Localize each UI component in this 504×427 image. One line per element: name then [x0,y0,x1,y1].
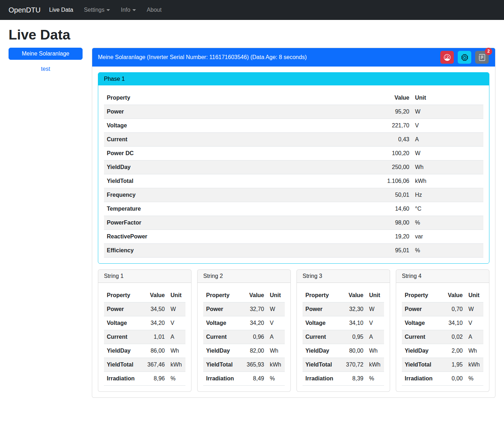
string-4-card-body: PropertyValueUnitPower0,70WVoltage34,10V… [396,283,489,391]
string-2-unit-voltage: V [267,316,285,330]
string-1-row-voltage: Voltage34,20V [104,316,185,330]
inverter-panel-actions: 2 [436,51,489,64]
string-2-value-yieldtotal: 365,93 [241,358,267,372]
string-1-column-header-unit: Unit [168,289,185,302]
string-2-card: String 2PropertyValueUnitPower32,70WVolt… [197,269,291,392]
string-4-table: PropertyValueUnitPower0,70WVoltage34,10V… [402,289,483,386]
string-4-unit-irradiation: % [466,372,483,386]
inverter-panel: Meine Solaranlage (Inverter Serial Numbe… [92,48,495,398]
string-1-value-irradiation: 8,96 [142,372,168,386]
phase-1-row-yieldday: YieldDay250,00Wh [104,160,483,174]
phase-1-unit-current: A [412,133,483,147]
phase-1-value-voltage: 221,70 [373,119,412,133]
phase-1-value-powerfactor: 98,00 [373,216,412,230]
phase-1-row-reactivepower: ReactivePower19,20var [104,230,483,244]
string-4-property-current: Current [402,330,440,344]
string-1-property-irradiation: Irradiation [104,372,142,386]
page-title: Live Data [9,27,504,43]
string-4-property-voltage: Voltage [402,316,440,330]
event-count-badge: 2 [485,48,492,55]
string-1-card: String 1PropertyValueUnitPower34,50WVolt… [98,269,191,392]
nav-item-settings[interactable]: Settings [81,4,113,16]
inverter-select-button[interactable]: Meine Solaranlage [9,48,83,60]
inverter-panel-body: Phase 1 PropertyValueUnitPower95,20WVolt… [92,67,495,397]
string-4-row-voltage: Voltage34,10V [402,316,483,330]
string-4-value-yieldtotal: 1,95 [440,358,466,372]
string-3-column-header-unit: Unit [366,289,384,302]
string-3-value-yieldday: 80,00 [341,344,366,358]
nav-item-about[interactable]: About [144,4,164,16]
string-4-unit-voltage: V [466,316,483,330]
nav-item-live-data[interactable]: Live Data [46,4,76,16]
string-2-property-current: Current [203,330,241,344]
string-4-value-voltage: 34,10 [440,316,466,330]
phase-1-unit-power: W [412,105,483,119]
app-brand[interactable]: OpenDTU [9,6,41,14]
nav-item-info[interactable]: Info [118,4,139,16]
string-4-unit-yieldtotal: kWh [466,358,483,372]
phase-1-property-yieldtotal: YieldTotal [104,174,373,188]
phase-card-title: Phase 1 [98,73,489,85]
strings-row: String 1PropertyValueUnitPower34,50WVolt… [98,269,489,392]
phase-1-row-voltage: Voltage221,70V [104,119,483,133]
string-3-property-yieldtotal: YieldTotal [303,358,341,372]
string-2-value-voltage: 34,20 [241,316,267,330]
phase-1-unit-yieldtotal: kWh [412,174,483,188]
string-3-card-title: String 3 [297,270,390,283]
string-2-value-irradiation: 8,49 [241,372,267,386]
string-3-property-power: Power [303,302,341,316]
string-4-row-power: Power0,70W [402,302,483,316]
phase-1-property-temperature: Temperature [104,202,373,216]
string-4-column-header-unit: Unit [466,289,483,302]
string-1-unit-irradiation: % [168,372,185,386]
inverter-panel-title: Meine Solaranlage (Inverter Serial Numbe… [98,54,307,60]
phase-1-value-reactivepower: 19,20 [373,230,412,244]
string-4-unit-current: A [466,330,483,344]
device-info-button[interactable] [458,51,471,64]
speedometer-icon [444,54,451,61]
string-3-property-current: Current [303,330,341,344]
string-4-row-yieldday: YieldDay2,00Wh [402,344,483,358]
string-2-property-yieldtotal: YieldTotal [203,358,241,372]
string-3-unit-power: W [366,302,384,316]
limit-settings-button[interactable] [440,51,454,64]
string-1-property-power: Power [104,302,142,316]
phase-1-row-efficiency: Efficiency95,01% [104,244,483,258]
string-1-unit-current: A [168,330,185,344]
string-1-card-body: PropertyValueUnitPower34,50WVoltage34,20… [98,283,191,391]
phase-1-value-power: 95,20 [373,105,412,119]
string-2-value-power: 32,70 [241,302,267,316]
content-row: Meine Solaranlage test Meine Solaranlage… [0,48,504,401]
inverter-select-link-test[interactable]: test [9,66,83,72]
phase-1-value-temperature: 14,60 [373,202,412,216]
phase-1-unit-frequency: Hz [412,188,483,202]
string-3-value-yieldtotal: 370,72 [341,358,366,372]
string-1-row-yieldtotal: YieldTotal367,46kWh [104,358,185,372]
navbar-items: Live DataSettingsInfoAbout [46,4,169,16]
phase-1-property-reactivepower: ReactivePower [104,230,373,244]
string-4-property-irradiation: Irradiation [402,372,440,386]
phase-1-column-header-unit: Unit [412,91,483,105]
event-log-button[interactable]: 2 [475,51,489,64]
string-1-property-yieldtotal: YieldTotal [104,358,142,372]
phase-1-property-powerfactor: PowerFactor [104,216,373,230]
string-1-value-yieldtotal: 367,46 [142,358,168,372]
phase-1-value-yieldday: 250,00 [373,160,412,174]
string-1-unit-power: W [168,302,185,316]
string-3-unit-voltage: V [366,316,384,330]
string-4-value-irradiation: 0,00 [440,372,466,386]
string-2-column-header-unit: Unit [267,289,285,302]
string-3-row-current: Current0,95A [303,330,384,344]
string-2-row-yieldday: YieldDay82,00Wh [203,344,285,358]
phase-1-value-power-dc: 100,20 [373,147,412,160]
string-3-value-irradiation: 8,39 [341,372,366,386]
string-3-unit-yieldtotal: kWh [366,358,384,372]
string-3-row-power: Power32,30W [303,302,384,316]
string-4-row-current: Current0,02A [402,330,483,344]
string-3-row-irradiation: Irradiation8,39% [303,372,384,386]
string-4-table-header-row: PropertyValueUnit [402,289,483,302]
string-4-column-header-property: Property [402,289,440,302]
string-3-column-header-property: Property [303,289,341,302]
string-3-card: String 3PropertyValueUnitPower32,30WVolt… [296,269,390,392]
string-4-unit-yieldday: Wh [466,344,483,358]
